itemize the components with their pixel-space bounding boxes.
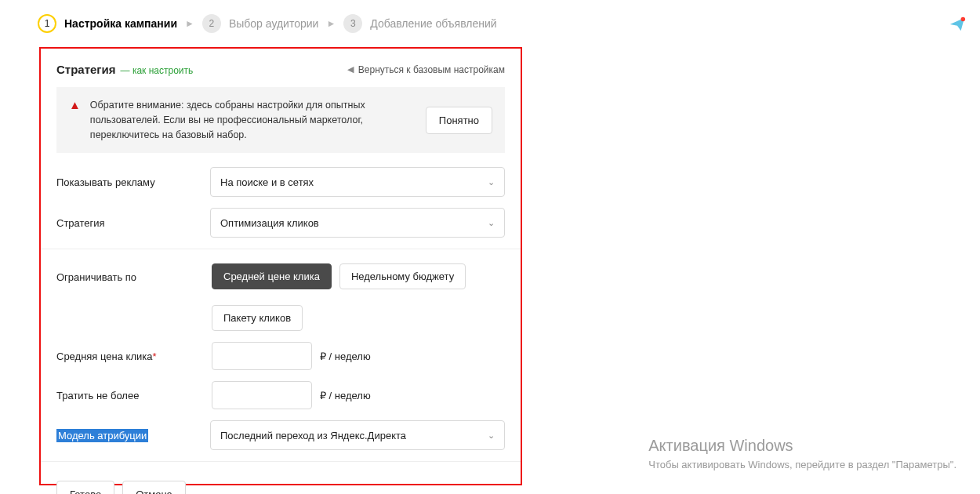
chevron-right-icon: ► <box>185 18 194 29</box>
chevron-right-icon: ► <box>326 18 336 29</box>
chevron-down-icon: ⌄ <box>488 430 495 441</box>
step-2-circle[interactable]: 2 <box>202 14 221 33</box>
watermark-title: Активация Windows <box>648 437 956 455</box>
done-button[interactable]: Готово <box>56 481 114 494</box>
strategy-value: Оптимизация кликов <box>220 217 319 229</box>
show-ads-value: На поиске и в сетях <box>220 176 314 188</box>
required-mark: * <box>152 351 156 362</box>
limit-option-click-package[interactable]: Пакету кликов <box>212 305 303 331</box>
spend-max-input[interactable] <box>212 381 312 409</box>
strategy-panel: Стратегия — как настроить ◀ Вернуться к … <box>39 47 522 485</box>
panel-title: Стратегия <box>56 63 116 76</box>
step-1-circle[interactable]: 1 <box>38 14 56 33</box>
svg-point-1 <box>961 17 966 22</box>
back-to-basic-link[interactable]: ◀ Вернуться к базовым настройкам <box>347 64 505 75</box>
show-ads-label: Показывать рекламу <box>56 176 210 188</box>
step-2-label[interactable]: Выбор аудитории <box>229 17 319 30</box>
limit-option-weekly-budget[interactable]: Недельному бюджету <box>339 263 466 289</box>
avg-cpc-label: Средняя цена клика* <box>56 351 157 362</box>
advanced-notice: ▲ Обратите внимание: здесь собраны настр… <box>56 87 505 153</box>
panel-subtitle-link[interactable]: — как настроить <box>121 65 194 76</box>
notice-ok-button[interactable]: Понятно <box>426 107 492 134</box>
chevron-left-icon: ◀ <box>347 64 354 74</box>
step-3-circle[interactable]: 3 <box>343 14 362 33</box>
cancel-button[interactable]: Отмена <box>122 481 186 494</box>
attribution-select[interactable]: Последний переход из Яндекс.Директа ⌄ <box>210 420 505 450</box>
paper-plane-icon[interactable] <box>949 16 966 33</box>
spend-max-unit: ₽ / неделю <box>320 390 371 401</box>
separator <box>41 461 521 462</box>
step-3-label[interactable]: Добавление объявлений <box>370 17 496 30</box>
windows-activation-watermark: Активация Windows Чтобы активировать Win… <box>648 437 956 472</box>
chevron-down-icon: ⌄ <box>488 218 495 228</box>
show-ads-select[interactable]: На поиске и в сетях ⌄ <box>210 167 505 197</box>
avg-cpc-unit: ₽ / неделю <box>320 351 371 362</box>
attribution-label: Модель атрибуции <box>56 429 148 442</box>
limit-by-label: Ограничивать по <box>56 263 212 283</box>
breadcrumb: 1 Настройка кампании ► 2 Выбор аудитории… <box>0 0 980 47</box>
watermark-text: Чтобы активировать Windows, перейдите в … <box>648 458 956 472</box>
avg-cpc-input[interactable] <box>212 342 312 370</box>
chevron-down-icon: ⌄ <box>488 177 495 187</box>
strategy-label: Стратегия <box>56 217 210 229</box>
strategy-select[interactable]: Оптимизация кликов ⌄ <box>210 208 505 238</box>
panel-header: Стратегия — как настроить ◀ Вернуться к … <box>56 63 505 76</box>
spend-max-label: Тратить не более <box>56 390 212 401</box>
separator <box>41 249 521 249</box>
step-1-label[interactable]: Настройка кампании <box>64 17 177 30</box>
notice-text: Обратите внимание: здесь собраны настрой… <box>90 98 372 142</box>
limit-option-avg-cpc[interactable]: Средней цене клика <box>212 263 332 289</box>
attribution-value: Последний переход из Яндекс.Директа <box>220 430 406 441</box>
warning-icon: ▲ <box>69 98 81 112</box>
back-label: Вернуться к базовым настройкам <box>358 64 505 75</box>
